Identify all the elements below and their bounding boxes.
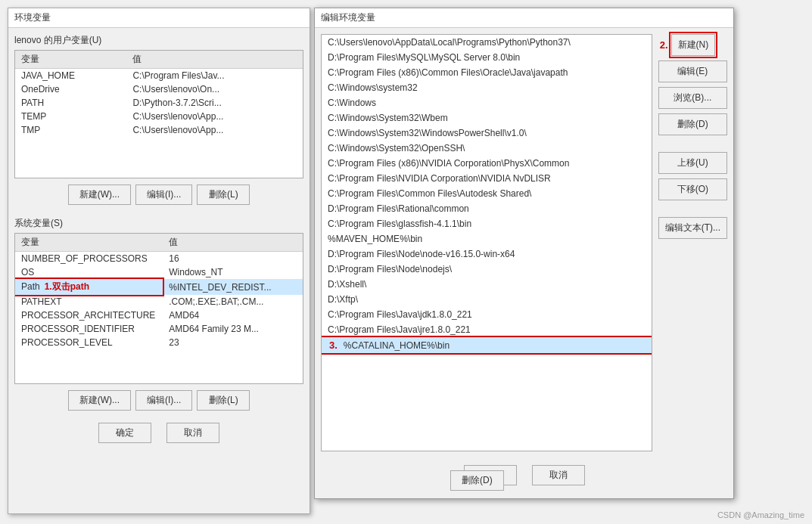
- path-edit-button[interactable]: 编辑(E): [658, 60, 727, 82]
- step2-label: 2.: [658, 39, 670, 51]
- bottom-delete-button[interactable]: 删除(D): [450, 470, 504, 491]
- user-var-row[interactable]: JAVA_HOMEC:\Program Files\Jav...: [15, 69, 303, 83]
- path-list-item[interactable]: C:\Program Files (x86)\NVIDIA Corporatio…: [322, 156, 652, 171]
- path-list-item[interactable]: C:\Windows\system32: [322, 80, 652, 95]
- path-dialog-title: 编辑环境变量: [315, 8, 733, 28]
- path-list-item[interactable]: C:\Users\lenovo\AppData\Local\Programs\P…: [322, 35, 652, 50]
- user-section-label: lenovo 的用户变量(U): [8, 28, 310, 50]
- path-move-up-button[interactable]: 上移(U): [658, 152, 727, 174]
- sys-section-label: 系统变量(S): [8, 211, 310, 233]
- path-delete-button[interactable]: 删除(D): [658, 113, 727, 135]
- step1-annotation: 1.双击path: [45, 281, 89, 292]
- env-dialog: 环境变量 lenovo 的用户变量(U) 变量 值 JAVA_HOMEC:\Pr…: [8, 8, 310, 514]
- user-var-value: D:\Python-3.7.2\Scri...: [126, 96, 303, 110]
- sys-buttons: 新建(W)... 编辑(I)... 删除(L): [8, 384, 310, 417]
- sys-var-value: %INTEL_DEV_REDIST...: [163, 279, 303, 295]
- sys-var-value: AMD64: [163, 309, 303, 322]
- col-header-var: 变量: [15, 51, 126, 69]
- path-action-buttons: 2. 新建(N) 编辑(E) 浏览(B)... 删除(D) 上移(U) 下移(O…: [658, 34, 727, 451]
- sys-var-row[interactable]: PATHEXT.COM;.EXE;.BAT;.CM...: [15, 295, 303, 309]
- env-cancel-button[interactable]: 取消: [166, 423, 219, 443]
- user-var-name: TMP: [15, 123, 126, 137]
- path-dialog-footer: 确定 取消: [315, 457, 733, 493]
- path-list-item[interactable]: D:\Program Files\MySQL\MySQL Server 8.0\…: [322, 50, 652, 65]
- sys-var-row[interactable]: PROCESSOR_ARCHITECTUREAMD64: [15, 309, 303, 322]
- path-list-item[interactable]: D:\Xshell\: [322, 277, 652, 292]
- path-list-item[interactable]: D:\Program Files\Rational\common: [322, 201, 652, 216]
- user-var-value: C:\Program Files\Jav...: [126, 69, 303, 83]
- path-new-button[interactable]: 新建(N): [671, 34, 716, 56]
- user-var-name: TEMP: [15, 110, 126, 123]
- sys-var-value: 23: [163, 336, 303, 349]
- path-list-item[interactable]: C:\Windows\System32\WindowsPowerShell\v1…: [322, 126, 652, 141]
- sys-var-value: .COM;.EXE;.BAT;.CM...: [163, 295, 303, 309]
- path-list-item[interactable]: C:\Program Files\glassfish-4.1.1\bin: [322, 216, 652, 231]
- sys-col-header-val: 值: [163, 234, 303, 252]
- user-var-row[interactable]: OneDriveC:\Users\lenovo\On...: [15, 82, 303, 96]
- sys-col-header-var: 变量: [15, 234, 163, 252]
- user-var-value: C:\Users\lenovo\On...: [126, 82, 303, 96]
- path-list-item[interactable]: D:\Xftp\: [322, 292, 652, 307]
- sys-vars-table: 变量 值 NUMBER_OF_PROCESSORS16OSWindows_NTP…: [15, 234, 303, 349]
- sys-var-row[interactable]: PROCESSOR_LEVEL23: [15, 336, 303, 349]
- path-list-item[interactable]: C:\Program Files\Common Files\Autodesk S…: [322, 186, 652, 201]
- path-list-item[interactable]: C:\Program Files\NVIDIA Corporation\NVID…: [322, 171, 652, 186]
- sys-var-name: PATHEXT: [15, 295, 163, 309]
- path-list-item[interactable]: C:\Program Files\Java\jdk1.8.0_221: [322, 307, 652, 322]
- path-list-item[interactable]: 3.%CATALINA_HOME%\bin: [322, 337, 652, 353]
- sys-var-name: PROCESSOR_ARCHITECTURE: [15, 309, 163, 322]
- path-list-item[interactable]: D:\Program Files\Node\nodejs\: [322, 262, 652, 277]
- user-var-value: C:\Users\lenovo\App...: [126, 123, 303, 137]
- sys-vars-table-container[interactable]: 变量 值 NUMBER_OF_PROCESSORS16OSWindows_NTP…: [14, 233, 303, 384]
- sys-var-name: Path1.双击path: [15, 279, 163, 295]
- path-list-item[interactable]: C:\Windows\System32\OpenSSH\: [322, 141, 652, 156]
- sys-var-value: AMD64 Family 23 M...: [163, 322, 303, 336]
- sys-var-name: PROCESSOR_IDENTIFIER: [15, 322, 163, 336]
- path-list-item[interactable]: C:\Windows: [322, 95, 652, 110]
- path-dialog-content: C:\Users\lenovo\AppData\Local\Programs\P…: [315, 28, 733, 457]
- path-list-item[interactable]: %MAVEN_HOME%\bin: [322, 231, 652, 246]
- env-ok-button[interactable]: 确定: [98, 423, 151, 443]
- user-buttons: 新建(W)... 编辑(I)... 删除(L): [8, 178, 310, 211]
- user-var-row[interactable]: TMPC:\Users\lenovo\App...: [15, 123, 303, 137]
- sys-var-row[interactable]: OSWindows_NT: [15, 265, 303, 279]
- sys-var-row[interactable]: Path1.双击path%INTEL_DEV_REDIST...: [15, 279, 303, 295]
- delete-sys-var-button[interactable]: 删除(L): [197, 390, 250, 411]
- sys-var-value: 16: [163, 252, 303, 266]
- new-sys-var-button[interactable]: 新建(W)...: [68, 390, 131, 411]
- watermark: CSDN @Amazing_time: [717, 510, 804, 519]
- user-var-row[interactable]: TEMPC:\Users\lenovo\App...: [15, 110, 303, 123]
- sys-var-name: NUMBER_OF_PROCESSORS: [15, 252, 163, 266]
- sys-var-row[interactable]: NUMBER_OF_PROCESSORS16: [15, 252, 303, 266]
- sys-var-value: Windows_NT: [163, 265, 303, 279]
- user-var-name: PATH: [15, 96, 126, 110]
- edit-sys-var-button[interactable]: 编辑(I)...: [135, 390, 192, 411]
- sys-var-name: PROCESSOR_LEVEL: [15, 336, 163, 349]
- user-var-value: C:\Users\lenovo\App...: [126, 110, 303, 123]
- delete-user-var-button[interactable]: 删除(L): [197, 184, 250, 205]
- path-list-container[interactable]: C:\Users\lenovo\AppData\Local\Programs\P…: [321, 34, 652, 451]
- path-list-item[interactable]: C:\Program Files (x86)\Common Files\Orac…: [322, 65, 652, 80]
- path-list-item[interactable]: D:\Program Files\Node\node-v16.15.0-win-…: [322, 246, 652, 262]
- sys-var-row[interactable]: PROCESSOR_IDENTIFIERAMD64 Family 23 M...: [15, 322, 303, 336]
- user-vars-table-container[interactable]: 变量 值 JAVA_HOMEC:\Program Files\Jav...One…: [14, 50, 303, 178]
- col-header-val: 值: [126, 51, 303, 69]
- path-list-item[interactable]: C:\Program Files\Java\jre1.8.0_221: [322, 322, 652, 337]
- path-browse-button[interactable]: 浏览(B)...: [658, 87, 727, 109]
- path-edit-text-button[interactable]: 编辑文本(T)...: [658, 217, 727, 239]
- step3-label: 3.: [328, 340, 339, 351]
- user-vars-table: 变量 值 JAVA_HOMEC:\Program Files\Jav...One…: [15, 51, 303, 137]
- user-var-name: JAVA_HOME: [15, 69, 126, 83]
- edit-user-var-button[interactable]: 编辑(I)...: [135, 184, 192, 205]
- user-var-name: OneDrive: [15, 82, 126, 96]
- path-cancel-button[interactable]: 取消: [532, 465, 585, 485]
- env-dialog-title: 环境变量: [8, 8, 310, 28]
- path-list-item[interactable]: C:\Windows\System32\Wbem: [322, 110, 652, 126]
- user-var-row[interactable]: PATHD:\Python-3.7.2\Scri...: [15, 96, 303, 110]
- path-move-down-button[interactable]: 下移(O): [658, 178, 727, 200]
- new-user-var-button[interactable]: 新建(W)...: [68, 184, 131, 205]
- path-dialog: 编辑环境变量 C:\Users\lenovo\AppData\Local\Pro…: [314, 8, 734, 499]
- sys-var-name: OS: [15, 265, 163, 279]
